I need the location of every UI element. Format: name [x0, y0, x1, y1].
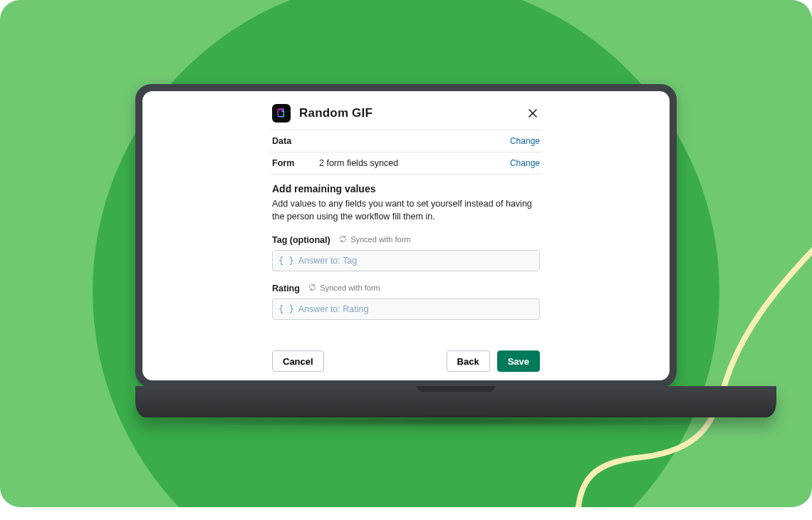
laptop: Random GIF Data Change Form	[135, 84, 677, 432]
field-tag-label: Tag (optional)	[272, 235, 330, 245]
field-rating: Rating Synced with form { } Answer to: R…	[269, 271, 543, 320]
modal-footer: Cancel Back Save	[272, 350, 540, 372]
laptop-keyboard	[135, 386, 776, 417]
modal-header: Random GIF	[269, 104, 543, 130]
summary-rows: Data Change Form 2 form fields synced Ch…	[269, 130, 543, 175]
workflow-step-modal: Random GIF Data Change Form	[269, 101, 543, 375]
save-button[interactable]: Save	[497, 350, 540, 372]
rating-input[interactable]: { } Answer to: Rating	[272, 298, 540, 320]
sync-icon	[308, 284, 316, 291]
svg-rect-0	[278, 109, 283, 117]
laptop-screen: Random GIF Data Change Form	[142, 91, 670, 380]
tag-input-placeholder: Answer to: Tag	[298, 256, 357, 266]
field-tag: Tag (optional) Synced with form { } Answ…	[269, 223, 543, 271]
laptop-shadow	[135, 415, 776, 427]
row-form-value: 2 form fields synced	[319, 158, 398, 168]
rating-input-placeholder: Answer to: Rating	[298, 304, 369, 314]
close-icon	[528, 108, 538, 118]
sync-icon	[339, 235, 347, 243]
brace-icon: { }	[279, 304, 294, 314]
modal-title: Random GIF	[299, 106, 373, 120]
field-tag-synced-text: Synced with form	[350, 235, 410, 244]
cancel-button[interactable]: Cancel	[272, 350, 324, 372]
stage: Random GIF Data Change Form	[0, 0, 812, 520]
field-tag-synced: Synced with form	[339, 235, 410, 244]
row-form-change-link[interactable]: Change	[510, 158, 540, 168]
section-remaining-values: Add remaining values Add values to any f…	[269, 175, 543, 223]
field-rating-synced: Synced with form	[308, 284, 380, 292]
section-heading: Add remaining values	[272, 183, 540, 194]
row-data-label: Data	[272, 136, 319, 146]
tag-input[interactable]: { } Answer to: Tag	[272, 250, 540, 271]
back-button[interactable]: Back	[447, 350, 490, 372]
footer-right: Back Save	[447, 350, 540, 372]
field-rating-synced-text: Synced with form	[320, 284, 380, 292]
app-icon	[272, 104, 291, 123]
section-body: Add values to any fields you want to set…	[272, 197, 540, 223]
row-form: Form 2 form fields synced Change	[269, 152, 543, 175]
close-button[interactable]	[526, 106, 540, 120]
row-form-label: Form	[272, 158, 319, 168]
row-data: Data Change	[269, 130, 543, 152]
field-rating-label: Rating	[272, 284, 300, 293]
row-data-change-link[interactable]: Change	[510, 136, 540, 146]
laptop-screen-frame: Random GIF Data Change Form	[135, 84, 677, 388]
brace-icon: { }	[279, 256, 294, 266]
